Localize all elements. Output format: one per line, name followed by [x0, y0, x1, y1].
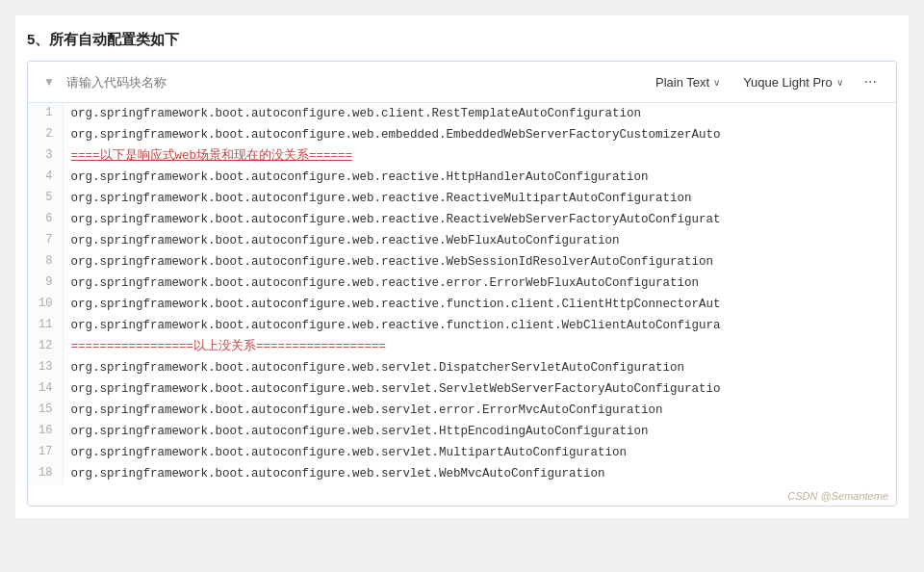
line-code: org.springframework.boot.autoconfigure.w… — [63, 103, 896, 124]
line-number: 17 — [28, 442, 63, 463]
table-row: 8org.springframework.boot.autoconfigure.… — [28, 251, 896, 273]
line-code: org.springframework.boot.autoconfigure.w… — [63, 188, 896, 209]
table-row: 10org.springframework.boot.autoconfigure… — [28, 294, 896, 315]
line-code: org.springframework.boot.autoconfigure.w… — [63, 294, 896, 315]
theme-select-button[interactable]: Yuque Light Pro ∨ — [733, 71, 853, 93]
table-row: 9org.springframework.boot.autoconfigure.… — [28, 273, 896, 294]
line-number: 18 — [28, 463, 63, 484]
theme-chevron-icon: ∨ — [836, 77, 843, 88]
line-number: 7 — [28, 230, 63, 251]
theme-label: Yuque Light Pro — [743, 75, 833, 90]
code-content: 1org.springframework.boot.autoconfigure.… — [28, 103, 896, 484]
line-number: 2 — [28, 124, 63, 145]
line-number: 4 — [28, 167, 63, 188]
line-code: org.springframework.boot.autoconfigure.w… — [63, 315, 896, 336]
language-label: Plain Text — [655, 75, 709, 90]
line-code: org.springframework.boot.autoconfigure.w… — [63, 442, 896, 463]
toolbar-right: Plain Text ∨ Yuque Light Pro ∨ ··· — [646, 69, 885, 94]
line-code: org.springframework.boot.autoconfigure.w… — [63, 400, 896, 421]
line-number: 12 — [28, 336, 63, 357]
line-number: 14 — [28, 378, 63, 400]
line-number: 1 — [28, 103, 63, 124]
line-code: ====以下是响应式web场景和现在的没关系====== — [63, 145, 896, 167]
line-number: 3 — [28, 145, 63, 167]
code-block-toolbar: ▼ Plain Text ∨ Yuque Light Pro ∨ ··· — [28, 62, 896, 103]
table-row: 15org.springframework.boot.autoconfigure… — [28, 400, 896, 421]
table-row: 14org.springframework.boot.autoconfigure… — [28, 378, 896, 400]
line-code: org.springframework.boot.autoconfigure.w… — [63, 421, 896, 442]
line-number: 10 — [28, 294, 63, 315]
line-code: org.springframework.boot.autoconfigure.w… — [63, 357, 896, 378]
line-number: 6 — [28, 209, 63, 230]
line-code: org.springframework.boot.autoconfigure.w… — [63, 209, 896, 230]
line-code: org.springframework.boot.autoconfigure.w… — [63, 167, 896, 188]
table-row: 1org.springframework.boot.autoconfigure.… — [28, 103, 896, 124]
line-number: 13 — [28, 357, 63, 378]
page-wrapper: 5、所有自动配置类如下 ▼ Plain Text ∨ Yuque Light P… — [15, 15, 909, 518]
section-title: 5、所有自动配置类如下 — [27, 31, 897, 49]
line-number: 8 — [28, 251, 63, 273]
table-row: 18org.springframework.boot.autoconfigure… — [28, 463, 896, 484]
line-number: 15 — [28, 400, 63, 421]
line-number: 16 — [28, 421, 63, 442]
line-number: 9 — [28, 273, 63, 294]
line-code: org.springframework.boot.autoconfigure.w… — [63, 463, 896, 484]
line-number: 11 — [28, 315, 63, 336]
code-block-name-input[interactable] — [66, 75, 638, 90]
line-number: 5 — [28, 188, 63, 209]
line-code: org.springframework.boot.autoconfigure.w… — [63, 251, 896, 273]
collapse-arrow-icon[interactable]: ▼ — [39, 73, 59, 91]
table-row: 11org.springframework.boot.autoconfigure… — [28, 315, 896, 336]
code-block-container: ▼ Plain Text ∨ Yuque Light Pro ∨ ··· 1or… — [27, 61, 897, 507]
table-row: 17org.springframework.boot.autoconfigure… — [28, 442, 896, 463]
line-code: org.springframework.boot.autoconfigure.w… — [63, 273, 896, 294]
table-row: 3====以下是响应式web场景和现在的没关系====== — [28, 145, 896, 167]
line-code: org.springframework.boot.autoconfigure.w… — [63, 230, 896, 251]
table-row: 6org.springframework.boot.autoconfigure.… — [28, 209, 896, 230]
table-row: 16org.springframework.boot.autoconfigure… — [28, 421, 896, 442]
code-table: 1org.springframework.boot.autoconfigure.… — [28, 103, 896, 484]
table-row: 13org.springframework.boot.autoconfigure… — [28, 357, 896, 378]
line-code: org.springframework.boot.autoconfigure.w… — [63, 378, 896, 400]
table-row: 5org.springframework.boot.autoconfigure.… — [28, 188, 896, 209]
language-chevron-icon: ∨ — [713, 77, 720, 88]
line-code: =================以上没关系================== — [63, 336, 896, 357]
more-options-button[interactable]: ··· — [857, 69, 885, 94]
table-row: 12=================以上没关系================… — [28, 336, 896, 357]
language-select-button[interactable]: Plain Text ∨ — [646, 71, 730, 93]
table-row: 4org.springframework.boot.autoconfigure.… — [28, 167, 896, 188]
watermark: CSDN @Semanteme — [28, 484, 896, 506]
table-row: 2org.springframework.boot.autoconfigure.… — [28, 124, 896, 145]
table-row: 7org.springframework.boot.autoconfigure.… — [28, 230, 896, 251]
line-code: org.springframework.boot.autoconfigure.w… — [63, 124, 896, 145]
